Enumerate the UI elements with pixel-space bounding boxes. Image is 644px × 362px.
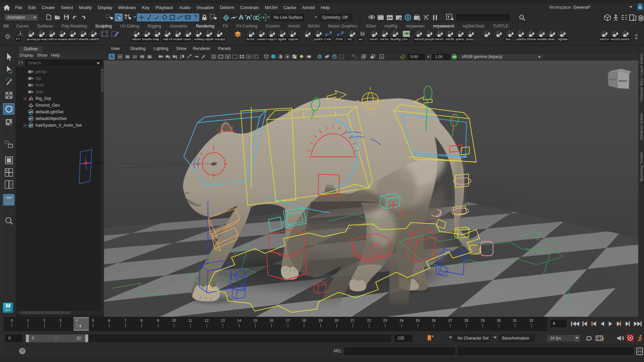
svg-text:FRONT: FRONT	[609, 78, 617, 81]
svg-text:IPR: IPR	[387, 16, 392, 19]
svg-text:T: T	[255, 55, 256, 58]
svg-text:RIGHT: RIGHT	[619, 79, 627, 82]
svg-text:M: M	[360, 31, 365, 37]
svg-text:?: ?	[521, 16, 522, 19]
svg-text:T: T	[447, 15, 450, 19]
